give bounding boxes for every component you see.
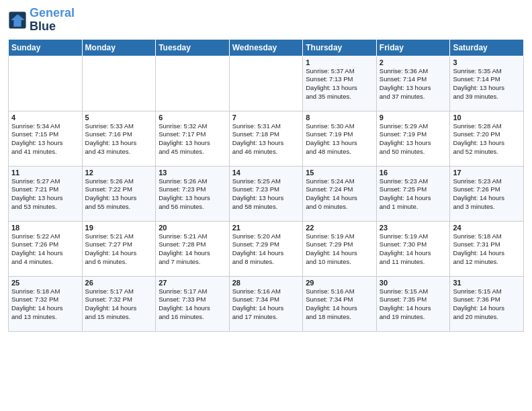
calendar-cell: 12Sunrise: 5:26 AMSunset: 7:22 PMDayligh… [82,166,156,221]
day-number: 9 [380,113,447,122]
day-info: Daylight: 14 hours [306,249,373,258]
day-number: 27 [159,279,226,287]
day-info: and 19 minutes. [380,313,447,322]
day-info: Daylight: 14 hours [306,194,373,203]
day-info: Sunset: 7:18 PM [232,130,300,139]
day-info: and 13 minutes. [11,313,79,322]
calendar-body: 1Sunrise: 5:37 AMSunset: 7:13 PMDaylight… [9,56,524,331]
day-info: Sunrise: 5:25 AM [232,177,300,186]
calendar-cell: 9Sunrise: 5:29 AMSunset: 7:19 PMDaylight… [376,111,450,166]
day-number: 1 [306,58,373,66]
calendar-header-row: SundayMondayTuesdayWednesdayThursdayFrid… [9,39,524,56]
day-info: Sunrise: 5:15 AM [380,287,447,296]
day-info: Sunset: 7:35 PM [380,295,447,304]
calendar-cell: 8Sunrise: 5:30 AMSunset: 7:19 PMDaylight… [303,111,377,166]
day-info: and 48 minutes. [306,148,373,156]
calendar-cell: 19Sunrise: 5:21 AMSunset: 7:27 PMDayligh… [82,221,156,276]
day-number: 14 [232,169,300,177]
day-info: and 46 minutes. [232,148,300,156]
day-info: Sunrise: 5:23 AM [453,177,521,186]
day-info: and 55 minutes. [85,203,153,212]
day-info: Sunrise: 5:34 AM [11,122,79,131]
day-info: Sunset: 7:20 PM [453,130,521,139]
day-info: Sunrise: 5:19 AM [306,232,373,241]
day-info: Daylight: 13 hours [232,194,300,203]
day-info: Sunset: 7:21 PM [11,185,79,194]
day-info: Sunset: 7:33 PM [159,295,226,304]
day-info: and 43 minutes. [85,148,153,156]
calendar-cell [229,56,303,111]
day-info: and 12 minutes. [453,258,521,267]
day-info: and 10 minutes. [306,258,373,267]
day-info: Sunset: 7:30 PM [380,240,447,249]
day-number: 20 [159,224,226,232]
day-info: Daylight: 13 hours [159,139,226,148]
day-info: Sunset: 7:13 PM [306,75,373,84]
day-info: Daylight: 14 hours [380,194,447,203]
day-info: Sunrise: 5:20 AM [232,232,300,241]
day-header-saturday: Saturday [450,39,524,56]
day-info: and 7 minutes. [159,258,226,267]
day-info: and 4 minutes. [11,258,79,267]
calendar-container: GeneralBlue SundayMondayTuesdayWednesday… [0,0,532,411]
day-info: Daylight: 14 hours [453,304,521,313]
day-info: and 8 minutes. [232,258,300,267]
day-info: Sunset: 7:17 PM [159,130,226,139]
calendar-cell: 13Sunrise: 5:26 AMSunset: 7:23 PMDayligh… [156,166,230,221]
day-number: 29 [306,279,373,287]
day-info: Sunset: 7:14 PM [380,75,447,84]
day-info: Sunrise: 5:35 AM [453,67,521,76]
day-info: Daylight: 13 hours [453,139,521,148]
calendar-cell: 1Sunrise: 5:37 AMSunset: 7:13 PMDaylight… [303,56,377,111]
calendar-cell: 24Sunrise: 5:18 AMSunset: 7:31 PMDayligh… [450,221,524,276]
day-info: Daylight: 13 hours [232,139,300,148]
day-header-friday: Friday [376,39,450,56]
day-header-sunday: Sunday [9,39,83,56]
day-info: Sunrise: 5:24 AM [306,177,373,186]
calendar-cell: 11Sunrise: 5:27 AMSunset: 7:21 PMDayligh… [9,166,83,221]
day-number: 17 [453,169,521,177]
calendar-table: SundayMondayTuesdayWednesdayThursdayFrid… [8,39,524,332]
day-info: and 15 minutes. [85,313,153,322]
day-number: 4 [11,113,79,122]
calendar-week-row: 11Sunrise: 5:27 AMSunset: 7:21 PMDayligh… [9,166,524,221]
day-number: 25 [11,279,79,287]
day-header-monday: Monday [82,39,156,56]
day-info: Sunset: 7:32 PM [11,295,79,304]
day-info: Sunrise: 5:19 AM [380,232,447,241]
day-number: 10 [453,113,521,122]
day-info: Sunset: 7:16 PM [85,130,153,139]
day-info: Sunrise: 5:27 AM [11,177,79,186]
day-info: Daylight: 14 hours [85,304,153,313]
calendar-cell: 17Sunrise: 5:23 AMSunset: 7:26 PMDayligh… [450,166,524,221]
day-number: 30 [380,279,447,287]
day-info: Sunset: 7:19 PM [306,130,373,139]
day-number: 5 [85,113,153,122]
calendar-cell: 20Sunrise: 5:21 AMSunset: 7:28 PMDayligh… [156,221,230,276]
day-info: Sunset: 7:26 PM [11,240,79,249]
day-number: 11 [11,169,79,177]
day-info: Daylight: 14 hours [380,249,447,258]
calendar-cell: 5Sunrise: 5:33 AMSunset: 7:16 PMDaylight… [82,111,156,166]
calendar-cell: 4Sunrise: 5:34 AMSunset: 7:15 PMDaylight… [9,111,83,166]
day-info: Sunrise: 5:37 AM [306,67,373,76]
day-info: Sunset: 7:36 PM [453,295,521,304]
day-info: Sunset: 7:34 PM [306,295,373,304]
day-info: Daylight: 14 hours [306,304,373,313]
day-info: Daylight: 14 hours [159,249,226,258]
day-info: and 50 minutes. [380,148,447,156]
calendar-cell: 27Sunrise: 5:17 AMSunset: 7:33 PMDayligh… [156,276,230,331]
day-info: Daylight: 13 hours [11,139,79,148]
day-info: Sunset: 7:15 PM [11,130,79,139]
day-number: 24 [453,224,521,232]
logo-text: GeneralBlue [30,7,75,34]
day-info: Sunrise: 5:21 AM [85,232,153,241]
day-number: 19 [85,224,153,232]
calendar-cell: 14Sunrise: 5:25 AMSunset: 7:23 PMDayligh… [229,166,303,221]
day-info: Daylight: 14 hours [232,249,300,258]
day-info: Sunset: 7:29 PM [232,240,300,249]
day-info: and 58 minutes. [232,203,300,212]
day-info: Sunset: 7:27 PM [85,240,153,249]
day-info: Sunrise: 5:30 AM [306,122,373,131]
day-info: Daylight: 14 hours [11,304,79,313]
